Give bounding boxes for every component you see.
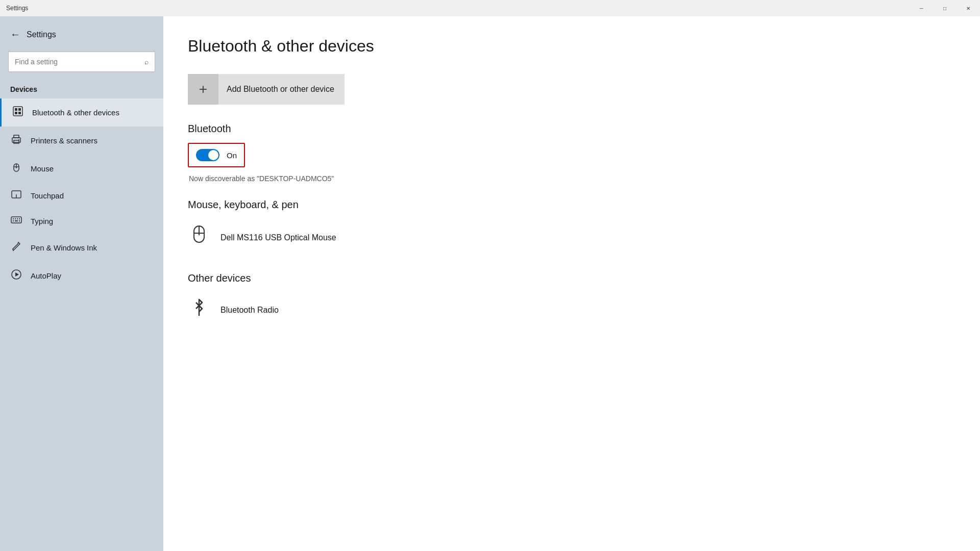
mouse-device-item: Dell MS116 USB Optical Mouse: [188, 219, 955, 256]
bluetooth-toggle[interactable]: [196, 149, 219, 161]
titlebar: Settings ─ □ ✕: [0, 0, 980, 16]
svg-rect-14: [11, 217, 21, 223]
back-button[interactable]: ← Settings: [0, 22, 163, 46]
pen-item-label: Pen & Windows Ink: [31, 243, 97, 252]
svg-rect-3: [15, 112, 17, 114]
bluetooth-section-title: Bluetooth: [188, 123, 955, 135]
sidebar-item-autoplay[interactable]: AutoPlay: [0, 262, 163, 290]
printers-item-label: Printers & scanners: [31, 136, 97, 145]
svg-rect-0: [13, 107, 22, 116]
pen-icon: [10, 241, 22, 255]
bluetooth-devices-icon: [12, 106, 24, 119]
other-devices-section: Other devices Bluetooth Radio: [188, 272, 955, 328]
svg-rect-18: [19, 218, 20, 219]
close-button[interactable]: ✕: [957, 0, 980, 16]
bluetooth-toggle-row: On: [188, 143, 245, 167]
sidebar-item-mouse[interactable]: Mouse: [0, 155, 163, 183]
mouse-device-name: Dell MS116 USB Optical Mouse: [220, 233, 336, 242]
other-section-title: Other devices: [188, 272, 955, 284]
search-icon: ⌕: [144, 58, 149, 66]
mouse-section-title: Mouse, keyboard, & pen: [188, 199, 955, 211]
svg-rect-21: [19, 220, 20, 221]
bluetooth-radio-item: Bluetooth Radio: [188, 292, 955, 328]
svg-rect-6: [14, 135, 19, 138]
settings-home-label: Settings: [27, 30, 56, 39]
mouse-icon: [10, 162, 22, 176]
sidebar-item-pen[interactable]: Pen & Windows Ink: [0, 234, 163, 262]
autoplay-icon: [10, 269, 22, 283]
discoverable-text: Now discoverable as "DESKTOP-UADMCO5": [189, 174, 955, 183]
titlebar-controls: ─ □ ✕: [910, 0, 980, 16]
bluetooth-item-label: Bluetooth & other devices: [32, 108, 119, 117]
search-input[interactable]: [15, 58, 144, 66]
sidebar-section-label: Devices: [0, 82, 163, 98]
app-title: Settings: [6, 5, 28, 12]
touchpad-item-label: Touchpad: [31, 191, 64, 200]
svg-rect-15: [13, 218, 14, 219]
mouse-item-label: Mouse: [31, 164, 54, 173]
autoplay-item-label: AutoPlay: [31, 271, 61, 280]
add-device-label: Add Bluetooth or other device: [227, 85, 345, 94]
search-box: ⌕: [8, 52, 155, 72]
printers-icon: [10, 134, 22, 147]
typing-icon: [10, 216, 22, 227]
svg-rect-4: [18, 112, 21, 114]
svg-rect-16: [15, 218, 16, 219]
svg-rect-20: [15, 220, 18, 221]
minimize-button[interactable]: ─: [910, 0, 933, 16]
svg-rect-2: [18, 108, 21, 111]
svg-point-8: [18, 139, 19, 140]
add-device-icon: +: [188, 74, 218, 105]
svg-rect-1: [15, 108, 17, 111]
svg-marker-23: [15, 272, 19, 277]
bluetooth-radio-name: Bluetooth Radio: [220, 306, 279, 315]
sidebar-item-touchpad[interactable]: Touchpad: [0, 183, 163, 209]
titlebar-left: Settings: [6, 5, 28, 12]
svg-rect-17: [17, 218, 18, 219]
maximize-button[interactable]: □: [933, 0, 957, 16]
bluetooth-radio-icon: [188, 297, 210, 322]
toggle-knob: [208, 150, 218, 160]
mouse-section: Mouse, keyboard, & pen Dell MS116 USB Op…: [188, 199, 955, 256]
main-panel: Bluetooth & other devices + Add Bluetoot…: [163, 16, 980, 551]
bluetooth-section: Bluetooth On Now discoverable as "DESKTO…: [188, 123, 955, 183]
svg-rect-19: [13, 220, 14, 221]
sidebar: ← Settings ⌕ Devices Bluetooth & other d…: [0, 16, 163, 551]
touchpad-icon: [10, 190, 22, 202]
mouse-device-icon: [188, 224, 210, 251]
typing-item-label: Typing: [31, 217, 53, 226]
sidebar-item-typing[interactable]: Typing: [0, 209, 163, 234]
sidebar-item-bluetooth[interactable]: Bluetooth & other devices: [0, 98, 163, 127]
bluetooth-toggle-label: On: [227, 151, 237, 160]
add-device-button[interactable]: + Add Bluetooth or other device: [188, 74, 345, 105]
svg-rect-7: [14, 140, 19, 143]
app-container: ← Settings ⌕ Devices Bluetooth & other d…: [0, 16, 980, 551]
sidebar-item-printers[interactable]: Printers & scanners: [0, 127, 163, 155]
page-title: Bluetooth & other devices: [188, 37, 955, 56]
back-icon: ←: [10, 29, 20, 40]
